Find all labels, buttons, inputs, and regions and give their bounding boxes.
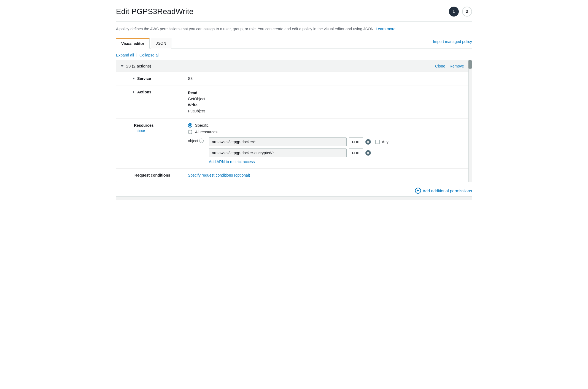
resources-content: Specific All resources object ? <box>188 123 468 164</box>
import-managed-policy-link[interactable]: Import managed policy <box>433 39 472 46</box>
step-2-indicator[interactable]: 2 <box>462 7 472 17</box>
expand-all-link[interactable]: Expand all <box>116 53 134 57</box>
action-category-read: Read <box>188 90 468 96</box>
actions-row: Actions Read GetObject Write PutObject <box>116 85 468 119</box>
policy-editor-scroll-area: S3 (2 actions) Clone Remove Service S3 <box>116 60 472 182</box>
collapse-all-link[interactable]: Collapse all <box>139 53 159 57</box>
arn-row-1: EDIT ✕ Any <box>209 137 468 146</box>
s3-section-title: S3 (2 actions) <box>126 64 151 68</box>
header-divider <box>116 21 472 22</box>
scrollbar-thumb[interactable] <box>468 60 472 69</box>
learn-more-link[interactable]: Learn more <box>376 27 396 31</box>
object-help-icon[interactable]: ? <box>199 139 204 143</box>
service-label: Service <box>137 76 151 81</box>
description-text: A policy defines the AWS permissions tha… <box>116 26 472 32</box>
page-header: Edit PGPS3ReadWrite 1 2 <box>116 7 472 17</box>
any-checkbox[interactable] <box>375 140 380 144</box>
scrollbar[interactable] <box>468 60 472 182</box>
all-resources-radio-row: All resources <box>188 130 468 134</box>
plus-circle-icon: + <box>415 188 421 194</box>
tabs-container: Visual editor JSON <box>116 37 172 48</box>
tab-json[interactable]: JSON <box>151 38 171 48</box>
specific-radio[interactable] <box>188 123 192 128</box>
service-chevron[interactable] <box>133 77 134 80</box>
actions-value: Read GetObject Write PutObject <box>188 90 468 114</box>
arn-row-2: EDIT ✕ <box>209 148 468 157</box>
service-value: S3 <box>188 76 468 81</box>
arn-input-1[interactable] <box>209 137 347 146</box>
request-conditions-link[interactable]: Specify request conditions (optional) <box>188 173 250 177</box>
arn-list: EDIT ✕ Any EDIT <box>209 137 468 164</box>
action-item-putobject: PutObject <box>188 108 468 114</box>
s3-section-chevron[interactable] <box>121 65 123 67</box>
bottom-scrollbar[interactable] <box>116 196 472 200</box>
req-conditions-label-text: Request conditions <box>134 173 170 177</box>
add-permissions-label: Add additional permissions <box>423 188 472 193</box>
actions-chevron[interactable] <box>133 91 134 93</box>
edit-arn-2-button[interactable]: EDIT <box>349 148 363 157</box>
resources-label-text: Resources <box>134 123 154 128</box>
any-label: Any <box>382 140 389 144</box>
all-resources-radio[interactable] <box>188 130 192 134</box>
actions-label: Actions <box>137 90 151 94</box>
add-permissions-button[interactable]: + Add additional permissions <box>415 188 472 194</box>
object-section: object ? EDIT ✕ <box>188 137 468 164</box>
resources-row: Resources close Specific All r <box>116 119 468 169</box>
edit-arn-1-button[interactable]: EDIT <box>349 137 363 146</box>
step-indicators: 1 2 <box>449 7 472 17</box>
s3-section-body: Service S3 Actions Read GetObject Write … <box>116 72 468 182</box>
all-resources-label: All resources <box>195 130 217 134</box>
expand-collapse-row: Expand all | Collapse all <box>116 53 472 57</box>
service-row: Service S3 <box>116 72 468 85</box>
add-arn-link[interactable]: Add ARN to restrict access <box>209 160 468 164</box>
action-category-write: Write <box>188 102 468 108</box>
request-conditions-row: Request conditions Specify request condi… <box>116 169 468 182</box>
s3-section-actions: Clone Remove <box>435 64 464 68</box>
remove-link[interactable]: Remove <box>450 64 464 68</box>
page-title: Edit PGPS3ReadWrite <box>116 7 193 16</box>
step-1-indicator[interactable]: 1 <box>449 7 459 17</box>
tab-visual-editor[interactable]: Visual editor <box>116 38 150 48</box>
arn-input-2[interactable] <box>209 148 347 157</box>
clone-link[interactable]: Clone <box>435 64 445 68</box>
bottom-bar: + Add additional permissions <box>116 182 472 196</box>
remove-arn-2-icon[interactable]: ✕ <box>365 150 371 156</box>
remove-arn-1-icon[interactable]: ✕ <box>365 139 371 145</box>
any-checkbox-row: Any <box>375 140 389 144</box>
s3-section-header: S3 (2 actions) Clone Remove <box>116 60 468 72</box>
specific-label: Specific <box>195 123 209 128</box>
action-item-getobject: GetObject <box>188 96 468 102</box>
resources-close-link[interactable]: close <box>133 129 188 133</box>
tabs-row: Visual editor JSON Import managed policy <box>116 37 472 48</box>
object-label-text: object <box>188 139 198 143</box>
specific-radio-row: Specific <box>188 123 468 128</box>
